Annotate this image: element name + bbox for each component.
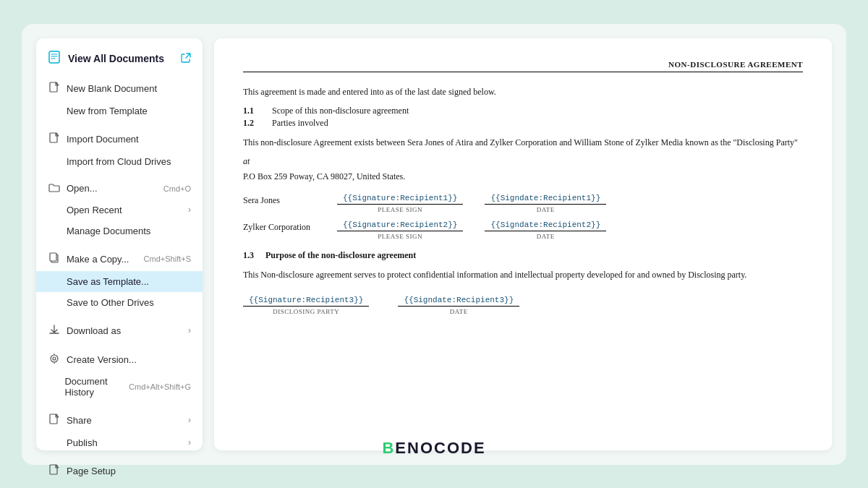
doc-intro: This agreement is made and entered into … [243,85,803,98]
sig-date-1: {{Signdate:Recipient1}} DATE [485,192,606,213]
menu-item-open[interactable]: Open... Cmd+O [36,178,203,200]
new-template-label: New from Template [67,106,148,116]
sig-sub-2: Please sign [378,233,422,240]
menu-item-new-template[interactable]: New from Template [36,100,203,121]
external-link-icon[interactable] [181,53,191,65]
menu-item-save-template[interactable]: Save as Template... [36,271,203,292]
menu-item-download[interactable]: Download as › [36,319,203,343]
sig-box-2: {{Signature:Recipient2}} [337,219,463,231]
download-label: Download as [67,325,121,336]
section-body-13: This Non-disclosure agreement serves to … [243,268,803,281]
save-other-label: Save to Other Drives [67,297,154,308]
toc-num-2: 1.2 [243,118,260,129]
open-label: Open... [67,183,98,194]
menu-item-doc-history[interactable]: Document History Cmd+Alt+Shift+G [36,371,203,403]
section-num-13: 1.3 [243,250,254,261]
sig-row-bottom: {{Signature:Recipient3}} DISCLOSING PART… [243,294,803,315]
menu-item-save-other[interactable]: Save to Other Drives [36,292,203,313]
page-setup-label: Page Setup [67,466,116,476]
sig-col-bottom-2: {{Signdate:Recipient3}} DATE [398,294,519,315]
open-icon [48,183,61,194]
open-shortcut: Cmd+O [163,184,191,193]
download-icon [48,324,61,338]
menu-item-manage[interactable]: Manage Documents [36,221,203,241]
menu-item-create-version[interactable]: Create Version... [36,348,203,371]
writer-icon [48,50,62,68]
doc-toc-item-1: 1.1 Scope of this non-disclosure agreeme… [243,106,803,116]
doc-title: Non-Disclosure Agreement [243,60,803,72]
share-label: Share [67,415,92,426]
menu-item-new-blank[interactable]: New Blank Document [36,77,203,100]
sig-date-line-bottom: {{Signdate:Recipient3}} [398,294,519,307]
menu-item-page-setup[interactable]: Page Setup [36,459,203,483]
svg-point-6 [53,357,56,360]
version-icon [48,354,61,366]
sig-row-1: Sera Jones {{Signature:Recipient1}} Plea… [243,192,803,213]
sig-field-2: {{Signature:Recipient2}} Please sign [337,219,463,240]
svg-rect-0 [49,51,59,63]
doc-body1: This non-disclosure Agreement exists bet… [243,136,803,149]
doc-panel: Non-Disclosure Agreement This agreement … [214,38,832,450]
page-setup-icon [48,464,61,478]
sig-row-2: Zylker Corporation {{Signature:Recipient… [243,219,803,240]
menu-item-share[interactable]: Share › [36,408,203,432]
copy-label: Make a Copy... [67,254,129,265]
new-blank-label: New Blank Document [67,83,157,94]
open-recent-label: Open Recent [67,205,122,215]
download-arrow: › [188,325,191,335]
share-arrow: › [188,415,191,425]
import-doc-icon [48,132,61,146]
menu-header-title: View All Documents [68,53,164,64]
sig-date-sub-1: DATE [537,206,555,213]
menu-item-print[interactable]: Print [36,483,203,489]
menu-panel: View All Documents New Blank Document [36,38,203,450]
sig-field-1: {{Signature:Recipient1}} Please sign [337,192,463,213]
open-recent-arrow: › [188,205,191,215]
publish-label: Publish [67,437,98,448]
menu-header: View All Documents [36,47,203,77]
brand-name: ENOCODE [395,439,485,457]
sig-line-bottom: {{Signature:Recipient3}} [243,294,369,307]
toc-text-2: Parties involved [272,118,328,129]
copy-shortcut: Cmd+Shift+S [144,254,191,263]
menu-item-publish[interactable]: Publish › [36,432,203,453]
sig-name-1: Sera Jones [243,192,337,206]
manage-label: Manage Documents [67,226,150,236]
sig-box-1: {{Signature:Recipient1}} [337,192,463,205]
sig-name-2: Zylker Corporation [243,219,337,233]
doc-address: P.O Box 259 Poway, CA 98027, United Stat… [243,171,803,182]
svg-rect-4 [50,253,56,261]
doc-at: at [243,156,803,167]
doc-history-shortcut: Cmd+Alt+Shift+G [129,382,191,391]
copy-icon [48,252,61,266]
section-title-13: Purpose of the non-disclosure agreement [265,250,416,261]
menu-item-import-doc[interactable]: Import Document [36,127,203,151]
toc-text-1: Scope of this non-disclosure agreement [272,106,409,116]
menu-item-open-recent[interactable]: Open Recent › [36,200,203,221]
sig-date-box-2: {{Signdate:Recipient2}} [485,219,606,231]
menu-item-import-cloud[interactable]: Import from Cloud Drives [36,151,203,172]
import-cloud-label: Import from Cloud Drives [67,156,171,167]
sig-date-2: {{Signdate:Recipient2}} DATE [485,219,606,240]
share-icon [48,414,61,427]
new-blank-icon [48,82,61,95]
brand-bar: BENOCODE [382,439,485,458]
outer-card: View All Documents New Blank Document [22,24,846,465]
doc-history-label: Document History [64,376,129,398]
publish-arrow: › [188,437,191,448]
sig-date-label-bottom: DATE [450,308,468,315]
brand-prefix: B [382,439,395,457]
create-version-label: Create Version... [67,354,137,365]
sig-col-bottom-1: {{Signature:Recipient3}} DISCLOSING PART… [243,294,369,315]
toc-num-1: 1.1 [243,106,260,116]
save-template-label: Save as Template... [67,276,149,287]
sig-date-box-1: {{Signdate:Recipient1}} [485,192,606,205]
sig-date-sub-2: DATE [537,233,555,240]
svg-point-5 [51,355,58,362]
import-doc-label: Import Document [67,134,139,145]
section-heading-13: 1.3 Purpose of the non-disclosure agreem… [243,250,803,261]
menu-item-copy[interactable]: Make a Copy... Cmd+Shift+S [36,247,203,271]
sig-label-bottom: DISCLOSING PARTY [273,308,339,315]
doc-toc-item-2: 1.2 Parties involved [243,118,803,129]
sig-sub-1: Please sign [378,206,422,213]
